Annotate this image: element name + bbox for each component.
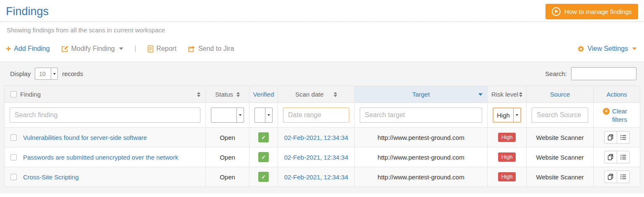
send-to-jira-button[interactable]: Send to Jira <box>188 45 234 53</box>
plus-icon: + <box>6 45 11 52</box>
scan-date-link[interactable]: 02-Feb-2021, 12:34:34 <box>284 173 348 181</box>
source-cell: Website Scanner <box>527 128 594 147</box>
source-cell: Website Scanner <box>527 147 594 167</box>
risk-level-filter-select[interactable]: High <box>493 108 521 123</box>
report-button[interactable]: Report <box>148 45 177 53</box>
target-cell: http://www.pentest-ground.com <box>355 147 488 167</box>
verified-filter-select[interactable] <box>254 108 273 123</box>
table-panel: Display 10 records Search: <box>0 61 644 193</box>
copy-button[interactable] <box>604 171 617 183</box>
play-circle-icon <box>552 7 561 16</box>
findings-table: Finding Status Verified <box>4 86 640 187</box>
records-per-page-value: 10 <box>35 68 51 79</box>
select-arrow-icon <box>513 108 520 122</box>
date-range-filter-input[interactable] <box>283 108 349 123</box>
row-checkbox[interactable] <box>10 134 17 141</box>
display-records-control: Display 10 records <box>10 68 83 80</box>
sort-icon <box>197 92 200 97</box>
how-to-manage-findings-button[interactable]: How to manage findings <box>545 4 638 19</box>
table-row: Vulnerabilities found for server-side so… <box>5 128 640 147</box>
scan-date-header-label: Scan date <box>295 91 324 98</box>
status-cell: Open <box>206 128 249 147</box>
status-filter-select[interactable] <box>211 108 244 123</box>
display-label: Display <box>10 70 31 77</box>
details-list-button[interactable] <box>617 171 630 183</box>
finding-link[interactable]: Vulnerabilities found for server-side so… <box>23 134 147 141</box>
status-cell: Open <box>206 147 249 167</box>
row-checkbox[interactable] <box>10 174 17 180</box>
sort-desc-icon <box>478 93 483 96</box>
target-cell: http://www.pentest-ground.com <box>355 128 488 147</box>
verified-check-icon: ✓ <box>258 152 269 162</box>
toolbar-separator: | <box>135 45 136 53</box>
column-header-risk-level[interactable]: Risk level <box>488 86 527 103</box>
how-to-button-label: How to manage findings <box>564 8 632 15</box>
report-document-icon <box>148 45 153 53</box>
finding-link[interactable]: Cross-Site Scripting <box>23 173 79 181</box>
select-all-checkbox[interactable] <box>10 91 17 97</box>
source-cell: Website Scanner <box>527 167 594 187</box>
finding-filter-input[interactable] <box>10 108 200 123</box>
scan-date-link[interactable]: 02-Feb-2021, 12:34:34 <box>284 134 348 141</box>
clear-filters-label: Clear filters <box>612 107 631 124</box>
add-finding-button[interactable]: + Add Finding <box>6 45 50 53</box>
table-search-input[interactable] <box>571 67 636 80</box>
page-subtitle: Showing findings from all the scans in c… <box>0 22 644 34</box>
search-label: Search: <box>545 70 567 77</box>
verified-check-icon: ✓ <box>258 132 269 142</box>
scan-date-link[interactable]: 02-Feb-2021, 12:34:34 <box>284 154 348 161</box>
select-arrow-icon <box>265 108 272 122</box>
chevron-down-icon <box>632 47 636 50</box>
select-arrow-icon <box>51 68 57 79</box>
row-checkbox[interactable] <box>10 154 17 160</box>
column-header-source[interactable]: Source <box>527 86 594 103</box>
table-search-control: Search: <box>545 67 636 80</box>
modify-finding-button[interactable]: Modify Finding <box>61 45 123 53</box>
edit-pencil-icon <box>61 45 68 53</box>
source-filter-input[interactable] <box>532 108 588 123</box>
table-row: Passwords are submitted unencrypted over… <box>5 147 640 167</box>
risk-filter-value: High <box>493 108 513 122</box>
sort-icon <box>334 92 337 97</box>
status-filter-value <box>211 108 236 122</box>
risk-badge: High <box>498 152 516 162</box>
records-per-page-select[interactable]: 10 <box>35 68 58 80</box>
table-header-row: Finding Status Verified <box>5 86 640 103</box>
select-arrow-icon <box>236 108 244 122</box>
verified-check-icon: ✓ <box>258 172 269 182</box>
table-filter-row: High ✕ Clear filters <box>5 103 640 128</box>
status-cell: Open <box>206 167 249 187</box>
status-header-label: Status <box>215 91 233 98</box>
column-header-actions: Actions <box>594 86 640 103</box>
column-header-target[interactable]: Target <box>355 86 488 103</box>
copy-button[interactable] <box>604 151 617 163</box>
clear-circle-x-icon: ✕ <box>603 108 610 115</box>
target-filter-input[interactable] <box>360 108 482 123</box>
details-list-button[interactable] <box>617 131 630 144</box>
source-header-label: Source <box>550 91 570 98</box>
chevron-down-icon <box>119 47 123 50</box>
share-send-icon <box>188 45 195 53</box>
clear-filters-button[interactable]: ✕ Clear filters <box>599 106 635 124</box>
gear-icon <box>577 45 584 53</box>
risk-level-header-label: Risk level <box>491 91 518 98</box>
copy-button[interactable] <box>604 131 617 144</box>
report-label: Report <box>156 45 177 53</box>
table-controls: Display 10 records Search: <box>4 67 640 86</box>
target-cell: http://www.pentest-ground.com <box>355 167 488 187</box>
view-settings-button[interactable]: View Settings <box>577 45 636 53</box>
verified-header-label: Verified <box>253 91 274 98</box>
column-header-status[interactable]: Status <box>206 86 249 103</box>
view-settings-label: View Settings <box>587 45 628 53</box>
column-header-scan-date[interactable]: Scan date <box>278 86 355 103</box>
column-header-verified[interactable]: Verified <box>249 86 278 103</box>
details-list-button[interactable] <box>617 151 630 163</box>
sort-icon <box>236 92 240 97</box>
findings-page: Findings How to manage findings Showing … <box>0 0 644 197</box>
finding-link[interactable]: Passwords are submitted unencrypted over… <box>23 154 178 161</box>
column-header-finding[interactable]: Finding <box>5 86 206 103</box>
actions-header-label: Actions <box>606 91 627 98</box>
send-to-jira-label: Send to Jira <box>198 45 234 53</box>
target-header-label: Target <box>412 91 430 98</box>
table-row: Cross-Site Scripting Open ✓ 02-Feb-2021,… <box>5 167 640 187</box>
